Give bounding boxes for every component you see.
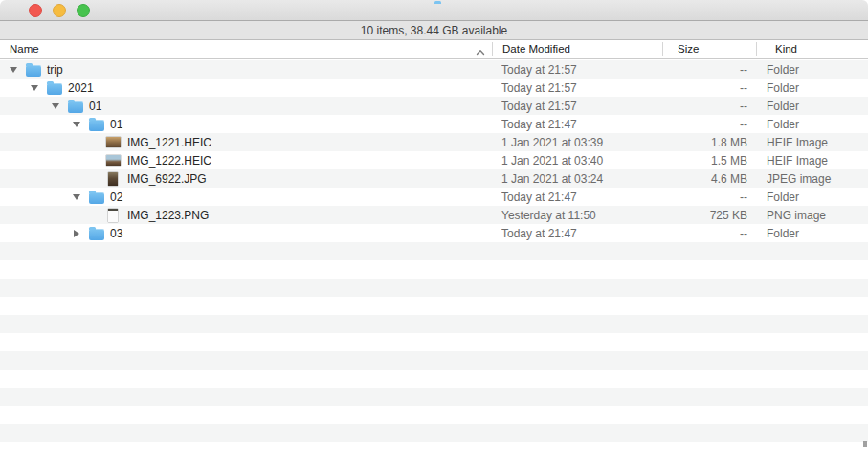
folder-icon xyxy=(68,99,84,113)
name-cell: IMG_6922.JPG xyxy=(0,169,490,188)
photo-thumbnail-landscape-sky xyxy=(106,155,122,166)
size-value: -- xyxy=(662,100,756,113)
column-resize-handle[interactable] xyxy=(756,42,757,56)
date-modified-value: Today at 21:47 xyxy=(490,118,662,131)
file-row[interactable]: IMG_1222.HEIC1 Jan 2021 at 03:401.5 MBHE… xyxy=(0,151,868,169)
name-cell: IMG_1221.HEIC xyxy=(0,133,490,151)
traffic-lights xyxy=(29,4,90,17)
photo-thumbnail-portrait-screenshot xyxy=(106,209,122,222)
photo-thumbnail-portrait-dark xyxy=(106,172,122,186)
kind-value: Folder xyxy=(756,100,868,113)
disclosure-triangle-expanded-icon[interactable] xyxy=(29,85,47,91)
file-row[interactable]: IMG_1223.PNGYesterday at 11:50725 KBPNG … xyxy=(0,206,868,224)
file-list: tripToday at 21:57--Folder2021Today at 2… xyxy=(0,60,868,450)
date-modified-value: 1 Jan 2021 at 03:39 xyxy=(490,136,662,149)
kind-value: Folder xyxy=(756,81,868,95)
minimize-button[interactable] xyxy=(53,4,66,17)
name-cell: IMG_1222.HEIC xyxy=(0,151,490,169)
name-cell: 2021 xyxy=(0,79,490,97)
empty-row xyxy=(0,315,868,333)
sort-ascending-icon xyxy=(476,46,485,53)
size-value: 725 KB xyxy=(662,209,756,222)
empty-row xyxy=(0,442,868,450)
file-name-label: 02 xyxy=(110,191,122,204)
column-resize-handle[interactable] xyxy=(662,42,663,56)
title-bar[interactable] xyxy=(0,0,868,21)
empty-row xyxy=(0,388,868,406)
kind-value: HEIF Image xyxy=(756,136,868,149)
disclosure-triangle-expanded-icon[interactable] xyxy=(8,67,26,73)
empty-row xyxy=(0,424,868,442)
size-value: 1.5 MB xyxy=(662,154,756,168)
status-bar: 10 items, 38.44 GB available xyxy=(0,21,868,40)
file-row[interactable]: IMG_6922.JPG1 Jan 2021 at 03:244.6 MBJPE… xyxy=(0,169,868,188)
column-resize-handle[interactable] xyxy=(492,42,493,56)
name-cell: 02 xyxy=(0,188,490,206)
kind-value: PNG image xyxy=(756,209,868,222)
size-value: -- xyxy=(662,63,756,77)
file-row[interactable]: tripToday at 21:57--Folder xyxy=(0,60,868,79)
folder-icon xyxy=(89,190,105,204)
file-row[interactable]: 02Today at 21:47--Folder xyxy=(0,188,868,206)
name-cell: trip xyxy=(0,60,490,79)
empty-row xyxy=(0,351,868,370)
size-value: 4.6 MB xyxy=(662,172,756,186)
empty-row xyxy=(0,297,868,315)
file-row[interactable]: 01Today at 21:57--Folder xyxy=(0,97,868,115)
empty-row xyxy=(0,333,868,351)
column-header-size[interactable]: Size xyxy=(678,40,699,58)
folder-icon xyxy=(89,226,105,240)
size-value: -- xyxy=(662,81,756,95)
size-value: 1.8 MB xyxy=(662,136,756,149)
disclosure-triangle-expanded-icon[interactable] xyxy=(50,103,68,109)
date-modified-value: Yesterday at 11:50 xyxy=(490,209,662,222)
status-text: 10 items, 38.44 GB available xyxy=(361,24,507,37)
column-header-bar: Name Date Modified Size Kind xyxy=(0,40,868,59)
empty-row xyxy=(0,279,868,297)
size-value: -- xyxy=(662,191,756,204)
file-name-label: 01 xyxy=(89,100,101,113)
kind-value: Folder xyxy=(756,191,868,204)
date-modified-value: 1 Jan 2021 at 03:24 xyxy=(490,172,662,186)
file-name-label: IMG_1222.HEIC xyxy=(127,154,211,168)
file-row[interactable]: IMG_1221.HEIC1 Jan 2021 at 03:391.8 MBHE… xyxy=(0,133,868,151)
name-cell: IMG_1223.PNG xyxy=(0,206,490,224)
file-name-label: IMG_1221.HEIC xyxy=(127,136,211,149)
size-value: -- xyxy=(662,118,756,131)
column-header-date-modified[interactable]: Date Modified xyxy=(502,40,570,58)
file-name-label: 2021 xyxy=(68,81,94,95)
empty-row xyxy=(0,406,868,424)
finder-window: 10 items, 38.44 GB available Name Date M… xyxy=(0,0,868,450)
empty-row xyxy=(0,260,868,279)
name-cell: 01 xyxy=(0,97,490,115)
kind-value: Folder xyxy=(756,118,868,131)
photo-thumbnail-landscape-brown xyxy=(106,137,122,147)
file-row[interactable]: 03Today at 21:47--Folder xyxy=(0,224,868,242)
file-row[interactable]: 01Today at 21:47--Folder xyxy=(0,115,868,133)
date-modified-value: Today at 21:57 xyxy=(490,81,662,95)
file-row[interactable]: 2021Today at 21:57--Folder xyxy=(0,79,868,97)
date-modified-value: Today at 21:47 xyxy=(490,227,662,240)
kind-value: Folder xyxy=(756,63,868,77)
empty-row xyxy=(0,242,868,260)
kind-value: HEIF Image xyxy=(756,154,868,168)
close-button[interactable] xyxy=(29,4,42,17)
folder-icon xyxy=(89,117,105,131)
resize-grip[interactable] xyxy=(863,441,867,447)
date-modified-value: 1 Jan 2021 at 03:40 xyxy=(490,154,662,168)
file-name-label: 01 xyxy=(110,118,122,131)
zoom-button[interactable] xyxy=(77,4,90,17)
file-name-label: 03 xyxy=(110,227,122,240)
disclosure-triangle-collapsed-icon[interactable] xyxy=(71,230,89,237)
column-header-name[interactable]: Name xyxy=(10,40,39,58)
disclosure-triangle-expanded-icon[interactable] xyxy=(71,194,89,200)
date-modified-value: Today at 21:57 xyxy=(490,63,662,77)
file-name-label: trip xyxy=(47,63,63,77)
column-header-kind[interactable]: Kind xyxy=(775,40,797,58)
disclosure-triangle-expanded-icon[interactable] xyxy=(71,122,89,127)
date-modified-value: Today at 21:57 xyxy=(490,100,662,113)
date-modified-value: Today at 21:47 xyxy=(490,191,662,204)
kind-value: Folder xyxy=(756,227,868,240)
name-cell: 01 xyxy=(0,115,490,133)
empty-row xyxy=(0,370,868,388)
